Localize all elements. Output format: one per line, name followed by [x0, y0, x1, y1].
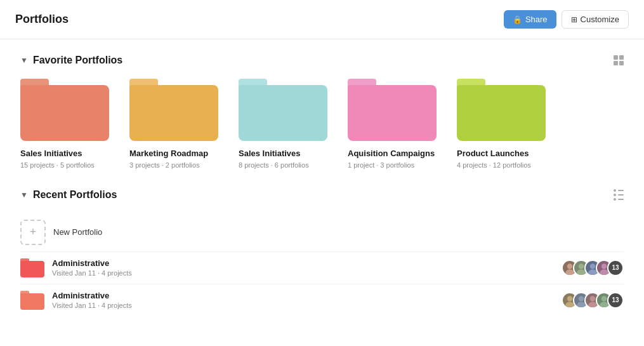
folder-icon: [457, 79, 546, 142]
portfolio-name: Sales Initiatives: [20, 149, 82, 159]
svg-point-0: [567, 263, 572, 269]
recent-section-title: Recent Portfolios: [33, 189, 117, 201]
portfolio-meta: 1 project · 3 portfolios: [348, 161, 414, 169]
recent-list: + New Portfolio Administrative Visited J…: [20, 213, 624, 316]
portfolio-card[interactable]: Product Launches 4 projects · 12 portfol…: [457, 79, 546, 169]
portfolio-card[interactable]: Sales Initiatives 15 projects · 5 portfo…: [20, 79, 109, 169]
svg-point-4: [590, 263, 595, 269]
chevron-down-icon[interactable]: ▼: [20, 56, 28, 65]
recent-item-name: Administrative: [52, 258, 132, 268]
avatar-count: 13: [607, 292, 624, 309]
list-view-icon[interactable]: [614, 190, 624, 200]
header: Portfolios 🔒 Share ⊞ Customize: [0, 0, 644, 39]
portfolio-meta: 4 projects · 12 portfolios: [457, 161, 531, 169]
recent-item-right: 13: [562, 260, 624, 276]
folder-icon: [129, 79, 218, 142]
portfolio-card[interactable]: Marketing Roadmap 3 projects · 2 portfol…: [129, 79, 218, 169]
avatar-group: 13: [562, 260, 624, 276]
recent-item-meta: Visited Jan 11 · 4 projects: [52, 302, 132, 309]
recent-item-info: Administrative Visited Jan 11 · 4 projec…: [52, 291, 132, 309]
recent-item-left: Administrative Visited Jan 11 · 4 projec…: [20, 258, 132, 277]
svg-point-2: [579, 263, 584, 269]
page-title: Portfolios: [15, 13, 69, 26]
header-actions: 🔒 Share ⊞ Customize: [504, 10, 629, 29]
recent-folder-icon: [20, 258, 44, 277]
recent-portfolio-item[interactable]: Administrative Visited Jan 11 · 4 projec…: [20, 251, 624, 284]
recent-item-left: Administrative Visited Jan 11 · 4 projec…: [20, 291, 132, 310]
portfolio-card[interactable]: Sales Initiatives 8 projects · 6 portfol…: [239, 79, 327, 169]
portfolio-card[interactable]: Aquisition Campaigns 1 project · 3 portf…: [348, 79, 437, 169]
avatar-count: 13: [607, 260, 624, 276]
share-label: Share: [525, 15, 548, 24]
svg-point-8: [567, 296, 572, 301]
avatar-group: 13: [562, 292, 624, 309]
recent-section-header: ▼ Recent Portfolios: [20, 189, 624, 201]
portfolio-name: Marketing Roadmap: [129, 149, 208, 159]
recent-portfolios-section: ▼ Recent Portfolios + New Portfolio: [20, 189, 624, 316]
customize-icon: ⊞: [571, 15, 577, 24]
favorite-portfolios-section: ▼ Favorite Portfolios Sales Initiatives …: [20, 55, 624, 169]
folder-icon: [348, 79, 437, 142]
favorite-section-header: ▼ Favorite Portfolios: [20, 55, 624, 66]
recent-item-meta: Visited Jan 11 · 4 projects: [52, 269, 132, 277]
folder-icon: [20, 79, 109, 142]
recent-folder-icon: [20, 291, 44, 310]
recent-item-info: Administrative Visited Jan 11 · 4 projec…: [52, 258, 132, 277]
content: ▼ Favorite Portfolios Sales Initiatives …: [0, 39, 644, 346]
portfolio-name: Aquisition Campaigns: [348, 149, 435, 159]
portfolio-meta: 15 projects · 5 portfolios: [20, 161, 95, 169]
grid-view-icon[interactable]: [614, 55, 624, 65]
recent-item-name: Administrative: [52, 291, 132, 300]
customize-label: Customize: [581, 15, 619, 24]
favorite-portfolios-grid: Sales Initiatives 15 projects · 5 portfo…: [20, 79, 624, 169]
svg-point-12: [590, 296, 595, 301]
svg-point-10: [579, 296, 584, 301]
chevron-down-icon[interactable]: ▼: [20, 190, 28, 199]
new-portfolio-icon: +: [20, 220, 46, 245]
customize-button[interactable]: ⊞ Customize: [562, 10, 629, 29]
new-portfolio-label: New Portfolio: [53, 227, 102, 237]
portfolio-meta: 8 projects · 6 portfolios: [239, 161, 309, 169]
recent-portfolio-item[interactable]: Administrative Visited Jan 11 · 4 projec…: [20, 284, 624, 316]
favorite-title-group: ▼ Favorite Portfolios: [20, 55, 122, 66]
portfolio-meta: 3 projects · 2 portfolios: [129, 161, 200, 169]
new-portfolio-button[interactable]: + New Portfolio: [20, 213, 624, 251]
portfolio-name: Sales Initiatives: [239, 149, 301, 159]
favorite-section-title: Favorite Portfolios: [33, 55, 122, 66]
folder-icon: [239, 79, 327, 142]
recent-item-right: 13: [562, 292, 624, 309]
portfolio-name: Product Launches: [457, 149, 529, 159]
share-button[interactable]: 🔒 Share: [504, 10, 556, 29]
recent-title-group: ▼ Recent Portfolios: [20, 189, 117, 201]
lock-icon: 🔒: [513, 15, 522, 24]
svg-point-6: [601, 263, 607, 269]
svg-point-14: [601, 296, 607, 301]
